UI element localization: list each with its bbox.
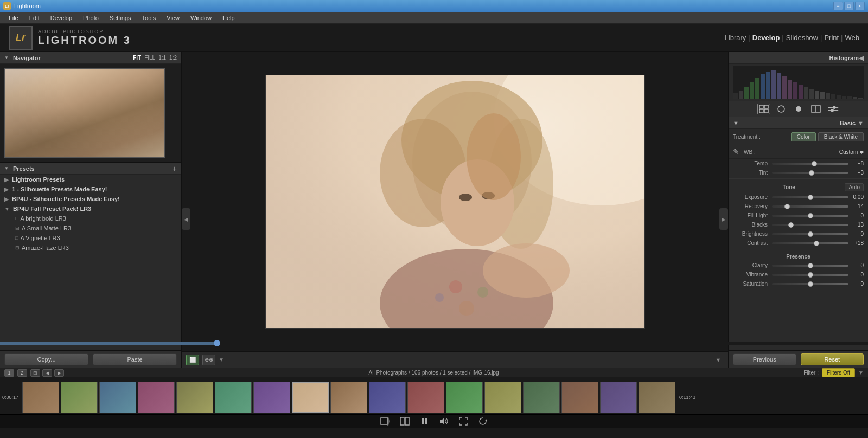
previous-button[interactable]: Previous [733, 353, 796, 365]
film-thumb-2[interactable] [61, 382, 98, 413]
film-thumb-3[interactable] [99, 382, 136, 413]
zoom-fit[interactable]: FIT [133, 55, 141, 61]
minimize-button[interactable]: − [833, 2, 843, 10]
bw-treatment-button[interactable]: Black & White [818, 132, 864, 141]
nav-web[interactable]: Web [845, 34, 860, 42]
preset-group-silhouette-bp4u[interactable]: ▶ BP4U - Silhouette Presets Made Easy! [0, 194, 181, 204]
clarity-slider[interactable] [772, 265, 848, 267]
filllight-slider[interactable] [772, 215, 848, 217]
menu-file[interactable]: File [4, 14, 23, 22]
menu-help[interactable]: Help [218, 14, 239, 22]
menu-settings[interactable]: Settings [105, 14, 136, 22]
contrast-thumb[interactable] [814, 241, 819, 246]
temp-thumb[interactable] [812, 161, 817, 166]
wb-eyedropper-icon[interactable]: ✎ [733, 147, 739, 156]
pause-button[interactable] [418, 415, 431, 428]
export-button[interactable] [379, 415, 392, 428]
film-thumb-11[interactable] [407, 382, 444, 413]
vibrance-slider[interactable] [772, 274, 848, 276]
film-thumb-10[interactable] [369, 382, 406, 413]
filmstrip-grid-button[interactable]: ⊞ [30, 369, 40, 377]
maximize-button[interactable]: □ [844, 2, 854, 10]
tint-slider[interactable] [772, 172, 848, 174]
color-treatment-button[interactable]: Color [791, 132, 816, 141]
left-panel-collapse-arrow[interactable]: ◀ [182, 208, 190, 230]
blacks-thumb[interactable] [788, 222, 794, 228]
nav-develop[interactable]: Develop [752, 34, 780, 42]
film-thumb-7[interactable] [253, 382, 290, 413]
menu-photo[interactable]: Photo [79, 14, 103, 22]
film-thumb-16[interactable] [600, 382, 637, 413]
menu-view[interactable]: View [162, 14, 184, 22]
crop-overlay-button[interactable]: ⬜ [186, 355, 199, 365]
tool-grid[interactable] [757, 104, 770, 114]
film-thumb-17[interactable] [639, 382, 675, 413]
tool-dot[interactable] [792, 104, 805, 114]
filter-dropdown[interactable]: Filters Off [822, 368, 855, 377]
tool-split[interactable] [809, 104, 822, 114]
menu-edit[interactable]: Edit [25, 14, 44, 22]
blacks-slider[interactable] [772, 224, 848, 226]
paste-button[interactable]: Paste [93, 353, 177, 365]
preset-item-bold[interactable]: □ A bright bold LR3 [0, 214, 181, 223]
nav-print[interactable]: Print [824, 34, 839, 42]
temp-slider[interactable] [772, 163, 848, 165]
navigator-thumbnail[interactable] [0, 64, 181, 162]
filllight-thumb[interactable] [808, 213, 813, 218]
film-thumb-5[interactable] [176, 382, 213, 413]
filter-expand-icon[interactable]: ▼ [858, 370, 864, 376]
nav-slideshow[interactable]: Slideshow [786, 34, 818, 42]
basic-expand-icon[interactable]: ▼ [858, 120, 864, 126]
vibrance-thumb[interactable] [808, 272, 813, 278]
histogram-header[interactable]: Histogram ◀ [729, 52, 868, 64]
spot-removal-button[interactable]: ⊕⊕ [202, 355, 215, 365]
reset-button[interactable]: Reset [801, 353, 864, 365]
brightness-slider[interactable] [772, 233, 848, 235]
film-thumb-6[interactable] [215, 382, 252, 413]
preset-group-silhouette1[interactable]: ▶ 1 - Silhouette Presets Made Easy! [0, 184, 181, 194]
progress-bar[interactable] [0, 342, 868, 345]
auto-tone-button[interactable]: Auto [845, 183, 864, 191]
filmstrip-number-1[interactable]: 1 [4, 369, 14, 377]
wb-value[interactable]: Custom ≑ [839, 149, 864, 155]
expand-button[interactable]: ▼ [713, 355, 724, 365]
tool-slider[interactable] [827, 104, 840, 114]
film-thumb-15[interactable] [561, 382, 598, 413]
contrast-slider[interactable] [772, 242, 848, 244]
nav-library[interactable]: Library [725, 34, 746, 42]
compare-button[interactable] [398, 415, 411, 428]
right-panel-collapse-arrow[interactable]: ▶ [719, 208, 728, 230]
menu-window[interactable]: Window [186, 14, 216, 22]
film-thumb-14[interactable] [523, 382, 560, 413]
volume-button[interactable] [437, 415, 450, 428]
recovery-slider[interactable] [772, 205, 848, 208]
film-thumb-8[interactable] [292, 382, 329, 413]
zoom-1-2[interactable]: 1:2 [169, 55, 177, 61]
histogram-collapse-icon[interactable]: ◀ [859, 54, 864, 62]
navigator-header[interactable]: ▼ Navigator FIT FILL 1:1 1:2 [0, 52, 181, 64]
film-thumb-9[interactable] [330, 382, 367, 413]
zoom-fill[interactable]: FILL [144, 55, 155, 61]
basic-section-header[interactable]: ▼ Basic ▼ [729, 117, 868, 129]
presets-add-button[interactable]: + [173, 164, 177, 173]
brightness-thumb[interactable] [808, 231, 813, 237]
preset-group-bp4u-fall[interactable]: ▼ BP4U Fall Preset Pack! LR3 [0, 204, 181, 214]
film-thumb-1[interactable] [22, 382, 59, 413]
preset-group-lightroom[interactable]: ▶ Lightroom Presets [0, 175, 181, 184]
saturation-slider[interactable] [772, 283, 848, 285]
presets-header[interactable]: ▼ Presets + [0, 163, 181, 175]
menu-develop[interactable]: Develop [46, 14, 76, 22]
exposure-thumb[interactable] [808, 195, 813, 200]
preset-item-vignette[interactable]: □ A Vignette LR3 [0, 233, 181, 243]
filmstrip-back-button[interactable]: ◀ [42, 369, 52, 377]
clarity-thumb[interactable] [808, 263, 813, 268]
close-button[interactable]: × [855, 2, 865, 10]
fullscreen-button[interactable] [457, 415, 470, 428]
zoom-1-1[interactable]: 1:1 [158, 55, 166, 61]
progress-thumb[interactable] [214, 340, 220, 346]
copy-button[interactable]: Copy... [4, 353, 88, 365]
preset-item-amaze[interactable]: ⊟ Amaze-Haze LR3 [0, 243, 181, 253]
menu-tools[interactable]: Tools [138, 14, 161, 22]
film-thumb-4[interactable] [138, 382, 175, 413]
recovery-thumb[interactable] [784, 204, 790, 209]
